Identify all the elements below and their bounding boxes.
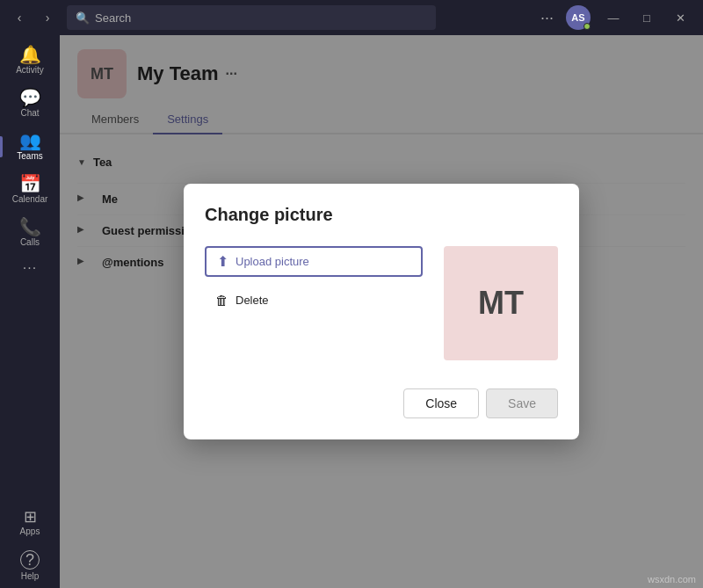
sidebar-item-teams[interactable]: 👥 Teams [0,125,60,168]
title-bar-right: ··· AS — □ ✕ [535,5,696,31]
chat-icon: 💬 [19,89,41,106]
activity-icon: 🔔 [19,46,41,63]
sidebar-label-calls: Calls [20,237,40,247]
delete-icon: 🗑 [215,293,228,308]
more-icon: ··· [23,261,37,275]
main-content: MT My Team ··· Members Settings ▼ Tea ▶ … [60,35,703,588]
nav-buttons: ‹ › [7,5,60,30]
sidebar-item-calls[interactable]: 📞 Calls [0,211,60,254]
sidebar: 🔔 Activity 💬 Chat 👥 Teams 📅 Calendar 📞 C… [0,35,60,588]
user-avatar[interactable]: AS [566,5,591,30]
app-body: 🔔 Activity 💬 Chat 👥 Teams 📅 Calendar 📞 C… [0,35,703,588]
change-picture-dialog: Change picture ⬆ Upload picture 🗑 Delete… [184,184,579,439]
sidebar-label-chat: Chat [20,108,39,118]
watermark: wsxdn.com [648,574,696,584]
upload-picture-button[interactable]: ⬆ Upload picture [205,246,423,277]
upload-label: Upload picture [236,255,309,268]
sidebar-label-activity: Activity [16,65,44,75]
search-placeholder: Search [95,11,131,25]
more-options-button[interactable]: ··· [535,5,559,31]
window-controls: — □ ✕ [598,5,696,30]
calls-icon: 📞 [19,218,41,236]
avatar-initials: AS [571,12,584,23]
title-bar: ‹ › 🔍 Search ··· AS — □ ✕ [0,0,703,35]
close-button[interactable]: ✕ [664,5,696,30]
delete-label: Delete [236,294,269,307]
dialog-body: ⬆ Upload picture 🗑 Delete MT [205,246,558,360]
save-button[interactable]: Save [486,388,558,418]
help-icon: ? [20,550,40,570]
sidebar-item-more[interactable]: ··· [0,254,60,282]
status-indicator [583,23,591,30]
apps-icon: ⊞ [24,509,37,525]
calendar-icon: 📅 [19,175,41,192]
delete-picture-button[interactable]: 🗑 Delete [205,287,423,313]
sidebar-item-calendar[interactable]: 📅 Calendar [0,168,60,211]
maximize-button[interactable]: □ [631,5,663,30]
dialog-footer: Close Save [205,388,558,418]
sidebar-label-apps: Apps [20,526,40,536]
team-picture-preview: MT [444,246,558,360]
sidebar-item-apps[interactable]: ⊞ Apps [0,502,60,543]
upload-icon: ⬆ [217,253,228,270]
teams-icon: 👥 [19,132,41,149]
modal-overlay[interactable]: Change picture ⬆ Upload picture 🗑 Delete… [60,35,703,588]
sidebar-item-chat[interactable]: 💬 Chat [0,82,60,125]
search-icon: 🔍 [76,11,90,25]
close-dialog-button[interactable]: Close [403,388,479,418]
sidebar-label-help: Help [21,571,40,581]
minimize-button[interactable]: — [598,5,629,30]
dialog-actions: ⬆ Upload picture 🗑 Delete [205,246,423,313]
back-button[interactable]: ‹ [7,5,32,30]
forward-button[interactable]: › [35,5,60,30]
dialog-title: Change picture [205,205,558,225]
sidebar-item-help[interactable]: ? Help [0,543,60,588]
sidebar-item-activity[interactable]: 🔔 Activity [0,39,60,82]
sidebar-label-teams: Teams [17,151,42,161]
sidebar-label-calendar: Calendar [12,194,48,204]
search-bar[interactable]: 🔍 Search [67,5,436,30]
